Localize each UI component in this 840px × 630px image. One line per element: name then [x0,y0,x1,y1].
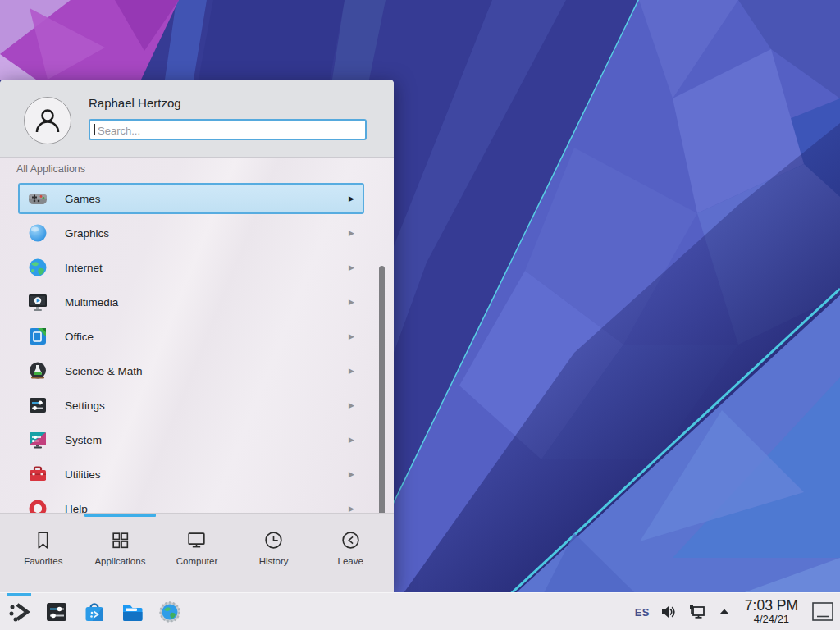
submenu-arrow-icon: ▶ [349,504,354,513]
multimedia-icon [27,291,48,313]
network-button[interactable] [687,602,707,622]
menu-item-label: System [65,434,102,446]
search-input[interactable] [96,121,362,140]
internet-icon [27,257,48,278]
system-tray: ES 7:03 PM [635,593,840,630]
network-icon [687,602,707,622]
menu-item-help[interactable]: Help ▶ [18,493,364,513]
leave-icon [340,529,362,551]
desktop: Raphael Hertzog All Applications Games ▶ [0,0,840,630]
applications-icon [109,529,131,551]
submenu-arrow-icon: ▶ [349,367,354,375]
discover-icon [83,600,106,623]
submenu-arrow-icon: ▶ [349,332,354,340]
kde-launcher-icon [7,600,30,623]
user-icon [33,106,62,135]
submenu-arrow-icon: ▶ [349,401,354,409]
games-icon [27,188,48,209]
menu-item-label: Games [65,193,101,205]
menu-item-label: Science & Math [65,365,143,377]
menu-item-label: Help [65,503,88,514]
keyboard-layout-indicator[interactable]: ES [635,606,650,619]
volume-button[interactable] [660,603,678,621]
favorites-icon [32,529,54,551]
dolphin-folder-icon [121,600,144,623]
section-label: All Applications [16,163,85,175]
menu-item-settings[interactable]: Settings ▶ [18,390,364,421]
submenu-arrow-icon: ▶ [349,298,354,306]
menu-item-science-math[interactable]: Science & Math ▶ [18,355,364,386]
expand-tray-icon [717,605,732,619]
web-browser-button[interactable] [158,600,182,624]
application-category-list: All Applications Games ▶ G [0,158,394,513]
application-launcher-menu: Raphael Hertzog All Applications Games ▶ [0,80,394,592]
user-name: Raphael Hertzog [89,96,181,110]
menu-item-system[interactable]: System ▶ [18,424,364,455]
tab-label: History [259,556,289,566]
menu-item-label: Internet [65,262,103,274]
office-icon [27,326,48,347]
expand-tray-button[interactable] [717,605,732,619]
selected-tab-indicator [84,514,156,517]
menu-item-office[interactable]: Office ▶ [18,321,364,352]
globe-browser-icon [158,600,181,623]
tab-label: Applications [94,556,145,566]
clock-time: 7:03 PM [745,598,798,614]
menu-item-label: Graphics [65,227,109,240]
volume-icon [660,603,678,621]
app-launcher-button[interactable] [7,600,31,624]
tab-history[interactable]: History [235,514,313,592]
science-icon [27,360,48,381]
menu-item-label: Multimedia [65,296,118,308]
menu-item-games[interactable]: Games ▶ [18,183,364,214]
menu-item-internet[interactable]: Internet ▶ [18,252,364,283]
utilities-icon [27,463,48,485]
text-caret [94,124,95,135]
submenu-arrow-icon: ▶ [349,470,354,478]
system-settings-icon [45,600,68,623]
search-field[interactable] [89,119,367,140]
tab-favorites[interactable]: Favorites [5,514,82,592]
computer-icon [185,529,208,551]
tab-label: Favorites [24,556,62,566]
user-avatar[interactable] [24,97,71,144]
file-manager-button[interactable] [120,600,144,624]
list-scrollbar[interactable] [379,266,385,513]
help-icon [27,498,48,513]
clock-date: 4/24/21 [745,614,798,625]
menu-header: Raphael Hertzog [0,80,394,158]
submenu-arrow-icon: ▶ [349,263,354,272]
tab-leave[interactable]: Leave [312,514,389,592]
tab-applications[interactable]: Applications [82,514,159,592]
graphics-icon [27,222,48,244]
digital-clock[interactable]: 7:03 PM 4/24/21 [745,598,798,626]
history-icon [262,529,285,551]
menu-item-utilities[interactable]: Utilities ▶ [18,459,364,490]
settings-icon [27,395,48,416]
taskbar-app-icons [7,593,182,630]
menu-tab-bar: Favorites Applications Computer [0,513,394,592]
tab-label: Computer [176,556,218,566]
taskbar-panel: ES 7:03 PM [0,592,840,630]
submenu-arrow-icon: ▶ [349,436,354,444]
discover-button[interactable] [82,600,107,624]
menu-item-label: Utilities [65,468,101,481]
system-settings-button[interactable] [44,600,69,624]
menu-item-graphics[interactable]: Graphics ▶ [18,217,364,249]
submenu-arrow-icon: ▶ [349,194,354,203]
menu-item-label: Office [65,331,94,343]
show-desktop-button[interactable] [811,600,834,623]
system-icon [27,429,48,450]
menu-item-label: Settings [65,399,105,412]
tab-computer[interactable]: Computer [158,514,235,592]
show-desktop-icon [811,600,834,623]
tab-label: Leave [338,556,363,566]
submenu-arrow-icon: ▶ [349,229,354,237]
menu-item-multimedia[interactable]: Multimedia ▶ [18,286,364,317]
